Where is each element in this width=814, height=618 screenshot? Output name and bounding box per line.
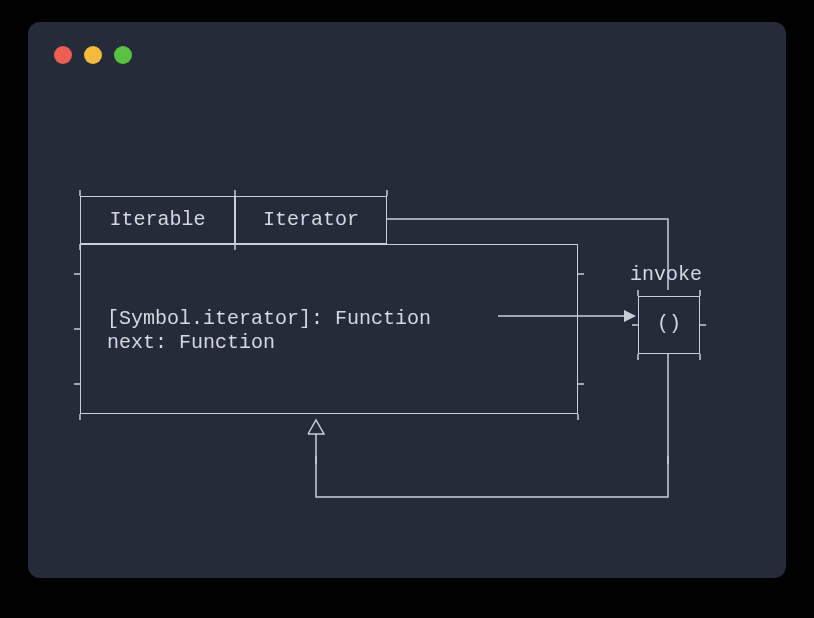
- invoke-label: invoke: [630, 263, 702, 287]
- svg-marker-19: [624, 310, 636, 322]
- tab-iterable: Iterable: [80, 196, 235, 244]
- tab-iterator: Iterator: [235, 196, 387, 244]
- invoke-parens: (): [657, 312, 681, 335]
- tab-label: Iterator: [263, 208, 359, 231]
- tab-label: Iterable: [109, 208, 205, 231]
- member-symbol-iterator: [Symbol.iterator]: Function: [107, 307, 577, 331]
- minimize-icon[interactable]: [84, 46, 102, 64]
- maximize-icon[interactable]: [114, 46, 132, 64]
- invoke-box: (): [638, 296, 700, 354]
- close-icon[interactable]: [54, 46, 72, 64]
- terminal-window: Iterable Iterator [Symbol.iterator]: Fun…: [28, 22, 786, 578]
- member-next: next: Function: [107, 331, 577, 355]
- protocol-body: [Symbol.iterator]: Function next: Functi…: [80, 244, 578, 414]
- window-controls: [28, 22, 786, 64]
